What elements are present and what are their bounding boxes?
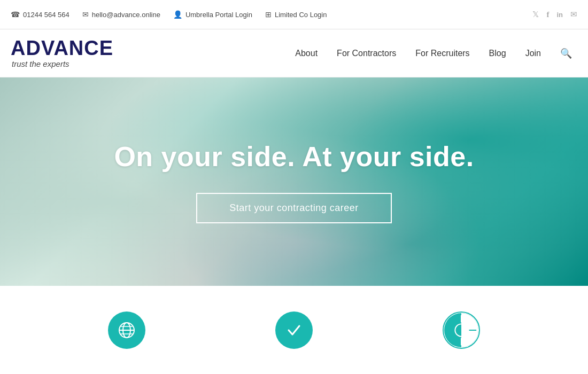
nav-join[interactable]: Join	[525, 49, 541, 58]
hero-headline: On your side. At your side.	[114, 141, 474, 173]
top-bar: ☎ 01244 564 564 ✉ hello@advance.online 👤…	[0, 0, 588, 29]
globe-icon	[108, 311, 145, 349]
email-icon: ✉	[82, 10, 89, 19]
email-link[interactable]: ✉ hello@advance.online	[82, 10, 160, 19]
hero-background	[0, 77, 588, 286]
person-icon: 👤	[173, 10, 182, 19]
linkedin-link[interactable]: in	[556, 11, 563, 19]
umbrella-portal-link[interactable]: 👤 Umbrella Portal Login	[173, 10, 252, 19]
email-address: hello@advance.online	[92, 11, 160, 19]
logo[interactable]: ADVANCE trust the experts	[11, 37, 113, 68]
nav-about[interactable]: About	[295, 49, 318, 58]
grid-icon: ⊞	[265, 10, 272, 19]
nav-bar: ADVANCE trust the experts About For Cont…	[0, 29, 588, 77]
phone-link[interactable]: ☎ 01244 564 564	[11, 10, 69, 19]
nav-for-contractors[interactable]: For Contractors	[337, 49, 396, 58]
logo-name: ADVANCE	[11, 37, 113, 60]
social-links: 𝕏 f in ✉	[532, 10, 577, 19]
umbrella-label: Umbrella Portal Login	[185, 11, 252, 19]
limitedco-label: Limited Co Login	[275, 11, 327, 19]
hero-section: On your side. At your side. Start your c…	[0, 77, 588, 286]
icon-item-globe	[108, 311, 145, 349]
phone-icon: ☎	[11, 10, 20, 19]
phone-number: 01244 564 564	[23, 11, 69, 19]
nav-for-recruiters[interactable]: For Recruiters	[415, 49, 469, 58]
icon-item-check	[275, 311, 313, 349]
half-circle-icon	[443, 311, 480, 349]
nav-blog[interactable]: Blog	[489, 49, 506, 58]
nav-links: About For Contractors For Recruiters Blo…	[295, 48, 572, 59]
limitedco-link[interactable]: ⊞ Limited Co Login	[265, 10, 327, 19]
hero-cta-button[interactable]: Start your contracting career	[196, 193, 392, 223]
facebook-link[interactable]: f	[546, 10, 549, 19]
top-bar-left: ☎ 01244 564 564 ✉ hello@advance.online 👤…	[11, 10, 327, 19]
mail-social-link[interactable]: ✉	[570, 10, 577, 19]
twitter-link[interactable]: 𝕏	[532, 10, 539, 19]
icon-item-half	[443, 311, 480, 349]
logo-tagline: trust the experts	[12, 60, 113, 69]
check-icon	[275, 311, 313, 349]
search-icon[interactable]: 🔍	[560, 48, 572, 59]
bottom-icons-strip	[0, 286, 588, 374]
